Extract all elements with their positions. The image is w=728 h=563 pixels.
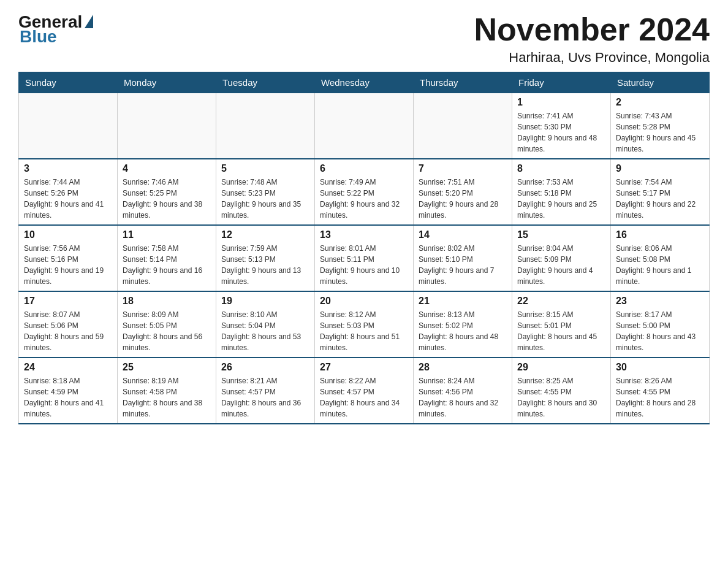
calendar-cell: 23Sunrise: 8:17 AMSunset: 5:00 PMDayligh… — [611, 291, 710, 358]
day-number: 30 — [616, 362, 704, 373]
calendar-cell — [216, 93, 315, 159]
calendar-cell: 5Sunrise: 7:48 AMSunset: 5:23 PMDaylight… — [216, 159, 315, 225]
day-info: Sunrise: 8:25 AMSunset: 4:55 PMDaylight:… — [517, 375, 605, 419]
day-info: Sunrise: 8:02 AMSunset: 5:10 PMDaylight:… — [419, 243, 507, 287]
calendar-cell: 15Sunrise: 8:04 AMSunset: 5:09 PMDayligh… — [512, 225, 611, 291]
day-info: Sunrise: 8:09 AMSunset: 5:05 PMDaylight:… — [123, 309, 211, 353]
calendar-week-row: 17Sunrise: 8:07 AMSunset: 5:06 PMDayligh… — [19, 291, 710, 358]
calendar-table: SundayMondayTuesdayWednesdayThursdayFrid… — [18, 72, 710, 424]
calendar-cell — [414, 93, 512, 159]
calendar-week-row: 24Sunrise: 8:18 AMSunset: 4:59 PMDayligh… — [19, 358, 710, 424]
weekday-header-sunday: Sunday — [19, 72, 118, 93]
day-info: Sunrise: 7:44 AMSunset: 5:26 PMDaylight:… — [24, 177, 112, 221]
title-area: November 2024 Harhiraa, Uvs Province, Mo… — [474, 12, 710, 66]
calendar-cell: 7Sunrise: 7:51 AMSunset: 5:20 PMDaylight… — [414, 159, 512, 225]
day-number: 29 — [517, 362, 605, 373]
calendar-week-row: 1Sunrise: 7:41 AMSunset: 5:30 PMDaylight… — [19, 93, 710, 159]
logo-triangle-icon — [85, 15, 93, 28]
weekday-header-row: SundayMondayTuesdayWednesdayThursdayFrid… — [19, 72, 710, 93]
calendar-cell: 11Sunrise: 7:58 AMSunset: 5:14 PMDayligh… — [118, 225, 216, 291]
calendar-cell: 29Sunrise: 8:25 AMSunset: 4:55 PMDayligh… — [512, 358, 611, 424]
day-number: 11 — [123, 229, 211, 240]
day-number: 7 — [419, 163, 507, 174]
day-info: Sunrise: 7:49 AMSunset: 5:22 PMDaylight:… — [320, 177, 408, 221]
day-info: Sunrise: 8:24 AMSunset: 4:56 PMDaylight:… — [419, 375, 507, 419]
day-number: 2 — [616, 97, 704, 108]
subtitle: Harhiraa, Uvs Province, Mongolia — [474, 50, 710, 66]
main-title: November 2024 — [474, 12, 710, 47]
page-header: General Blue November 2024 Harhiraa, Uvs… — [18, 12, 710, 66]
logo-blue-text: Blue — [20, 27, 57, 47]
day-info: Sunrise: 7:53 AMSunset: 5:18 PMDaylight:… — [517, 177, 605, 221]
weekday-header-friday: Friday — [512, 72, 611, 93]
day-info: Sunrise: 8:22 AMSunset: 4:57 PMDaylight:… — [320, 375, 408, 419]
day-info: Sunrise: 7:56 AMSunset: 5:16 PMDaylight:… — [24, 243, 112, 287]
calendar-cell: 26Sunrise: 8:21 AMSunset: 4:57 PMDayligh… — [216, 358, 315, 424]
calendar-cell: 30Sunrise: 8:26 AMSunset: 4:55 PMDayligh… — [611, 358, 710, 424]
day-info: Sunrise: 8:10 AMSunset: 5:04 PMDaylight:… — [221, 309, 309, 353]
calendar-cell: 17Sunrise: 8:07 AMSunset: 5:06 PMDayligh… — [19, 291, 118, 358]
day-info: Sunrise: 8:01 AMSunset: 5:11 PMDaylight:… — [320, 243, 408, 287]
calendar-cell — [118, 93, 216, 159]
day-info: Sunrise: 7:51 AMSunset: 5:20 PMDaylight:… — [419, 177, 507, 221]
day-number: 28 — [419, 362, 507, 373]
calendar-cell: 16Sunrise: 8:06 AMSunset: 5:08 PMDayligh… — [611, 225, 710, 291]
day-number: 6 — [320, 163, 408, 174]
calendar-cell — [19, 93, 118, 159]
calendar-cell: 18Sunrise: 8:09 AMSunset: 5:05 PMDayligh… — [118, 291, 216, 358]
day-number: 22 — [517, 296, 605, 307]
calendar-cell: 10Sunrise: 7:56 AMSunset: 5:16 PMDayligh… — [19, 225, 118, 291]
day-number: 12 — [221, 229, 309, 240]
weekday-header-monday: Monday — [118, 72, 216, 93]
day-number: 23 — [616, 296, 704, 307]
calendar-cell: 28Sunrise: 8:24 AMSunset: 4:56 PMDayligh… — [414, 358, 512, 424]
calendar-week-row: 10Sunrise: 7:56 AMSunset: 5:16 PMDayligh… — [19, 225, 710, 291]
day-info: Sunrise: 8:13 AMSunset: 5:02 PMDaylight:… — [419, 309, 507, 353]
day-number: 8 — [517, 163, 605, 174]
day-number: 10 — [24, 229, 112, 240]
logo: General Blue — [18, 12, 93, 47]
day-info: Sunrise: 8:21 AMSunset: 4:57 PMDaylight:… — [221, 375, 309, 419]
day-info: Sunrise: 7:46 AMSunset: 5:25 PMDaylight:… — [123, 177, 211, 221]
day-number: 24 — [24, 362, 112, 373]
day-number: 20 — [320, 296, 408, 307]
calendar-cell: 2Sunrise: 7:43 AMSunset: 5:28 PMDaylight… — [611, 93, 710, 159]
day-number: 21 — [419, 296, 507, 307]
calendar-cell: 19Sunrise: 8:10 AMSunset: 5:04 PMDayligh… — [216, 291, 315, 358]
day-info: Sunrise: 7:41 AMSunset: 5:30 PMDaylight:… — [517, 110, 605, 155]
day-info: Sunrise: 8:15 AMSunset: 5:01 PMDaylight:… — [517, 309, 605, 353]
day-info: Sunrise: 7:54 AMSunset: 5:17 PMDaylight:… — [616, 177, 704, 221]
calendar-cell: 14Sunrise: 8:02 AMSunset: 5:10 PMDayligh… — [414, 225, 512, 291]
calendar-cell: 1Sunrise: 7:41 AMSunset: 5:30 PMDaylight… — [512, 93, 611, 159]
calendar-cell: 3Sunrise: 7:44 AMSunset: 5:26 PMDaylight… — [19, 159, 118, 225]
day-info: Sunrise: 8:19 AMSunset: 4:58 PMDaylight:… — [123, 375, 211, 419]
day-number: 18 — [123, 296, 211, 307]
day-number: 27 — [320, 362, 408, 373]
calendar-cell: 8Sunrise: 7:53 AMSunset: 5:18 PMDaylight… — [512, 159, 611, 225]
day-number: 13 — [320, 229, 408, 240]
calendar-body: 1Sunrise: 7:41 AMSunset: 5:30 PMDaylight… — [19, 93, 710, 424]
day-number: 15 — [517, 229, 605, 240]
day-number: 16 — [616, 229, 704, 240]
day-number: 3 — [24, 163, 112, 174]
day-number: 25 — [123, 362, 211, 373]
calendar-cell: 6Sunrise: 7:49 AMSunset: 5:22 PMDaylight… — [315, 159, 414, 225]
day-number: 4 — [123, 163, 211, 174]
day-number: 17 — [24, 296, 112, 307]
day-number: 1 — [517, 97, 605, 108]
day-info: Sunrise: 8:26 AMSunset: 4:55 PMDaylight:… — [616, 375, 704, 419]
day-info: Sunrise: 8:12 AMSunset: 5:03 PMDaylight:… — [320, 309, 408, 353]
day-number: 19 — [221, 296, 309, 307]
calendar-cell: 12Sunrise: 7:59 AMSunset: 5:13 PMDayligh… — [216, 225, 315, 291]
calendar-cell: 27Sunrise: 8:22 AMSunset: 4:57 PMDayligh… — [315, 358, 414, 424]
calendar-cell: 9Sunrise: 7:54 AMSunset: 5:17 PMDaylight… — [611, 159, 710, 225]
calendar-cell — [315, 93, 414, 159]
day-number: 9 — [616, 163, 704, 174]
calendar-cell: 21Sunrise: 8:13 AMSunset: 5:02 PMDayligh… — [414, 291, 512, 358]
day-info: Sunrise: 8:17 AMSunset: 5:00 PMDaylight:… — [616, 309, 704, 353]
weekday-header-tuesday: Tuesday — [216, 72, 315, 93]
calendar-cell: 25Sunrise: 8:19 AMSunset: 4:58 PMDayligh… — [118, 358, 216, 424]
calendar-cell: 22Sunrise: 8:15 AMSunset: 5:01 PMDayligh… — [512, 291, 611, 358]
day-info: Sunrise: 7:43 AMSunset: 5:28 PMDaylight:… — [616, 110, 704, 155]
weekday-header-saturday: Saturday — [611, 72, 710, 93]
